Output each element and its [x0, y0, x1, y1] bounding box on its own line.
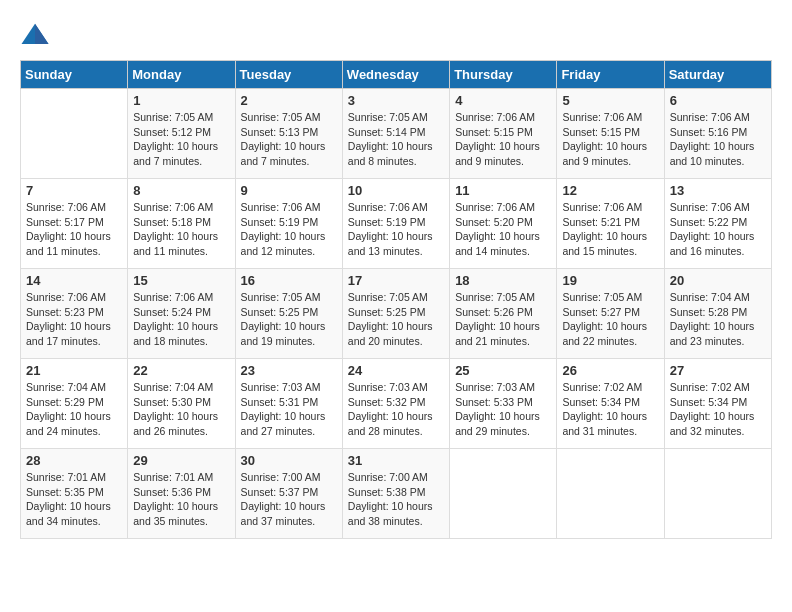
svg-marker-1	[35, 24, 49, 44]
day-number: 11	[455, 183, 551, 198]
page-header	[20, 20, 772, 50]
day-number: 10	[348, 183, 444, 198]
day-info: Sunrise: 7:05 AMSunset: 5:27 PMDaylight:…	[562, 291, 647, 347]
calendar-cell: 2 Sunrise: 7:05 AMSunset: 5:13 PMDayligh…	[235, 89, 342, 179]
day-info: Sunrise: 7:05 AMSunset: 5:12 PMDaylight:…	[133, 111, 218, 167]
calendar-cell: 28 Sunrise: 7:01 AMSunset: 5:35 PMDaylig…	[21, 449, 128, 539]
calendar-cell: 22 Sunrise: 7:04 AMSunset: 5:30 PMDaylig…	[128, 359, 235, 449]
day-number: 4	[455, 93, 551, 108]
calendar-table: SundayMondayTuesdayWednesdayThursdayFrid…	[20, 60, 772, 539]
calendar-cell: 25 Sunrise: 7:03 AMSunset: 5:33 PMDaylig…	[450, 359, 557, 449]
weekday-header: Monday	[128, 61, 235, 89]
day-number: 1	[133, 93, 229, 108]
weekday-header: Saturday	[664, 61, 771, 89]
weekday-header: Sunday	[21, 61, 128, 89]
weekday-header: Friday	[557, 61, 664, 89]
day-info: Sunrise: 7:05 AMSunset: 5:13 PMDaylight:…	[241, 111, 326, 167]
weekday-header: Tuesday	[235, 61, 342, 89]
day-info: Sunrise: 7:06 AMSunset: 5:24 PMDaylight:…	[133, 291, 218, 347]
calendar-cell: 30 Sunrise: 7:00 AMSunset: 5:37 PMDaylig…	[235, 449, 342, 539]
calendar-cell: 5 Sunrise: 7:06 AMSunset: 5:15 PMDayligh…	[557, 89, 664, 179]
day-info: Sunrise: 7:06 AMSunset: 5:23 PMDaylight:…	[26, 291, 111, 347]
day-info: Sunrise: 7:02 AMSunset: 5:34 PMDaylight:…	[670, 381, 755, 437]
day-info: Sunrise: 7:06 AMSunset: 5:20 PMDaylight:…	[455, 201, 540, 257]
calendar-cell: 8 Sunrise: 7:06 AMSunset: 5:18 PMDayligh…	[128, 179, 235, 269]
calendar-week-row: 14 Sunrise: 7:06 AMSunset: 5:23 PMDaylig…	[21, 269, 772, 359]
day-number: 25	[455, 363, 551, 378]
day-info: Sunrise: 7:02 AMSunset: 5:34 PMDaylight:…	[562, 381, 647, 437]
day-number: 3	[348, 93, 444, 108]
day-number: 28	[26, 453, 122, 468]
day-info: Sunrise: 7:05 AMSunset: 5:25 PMDaylight:…	[241, 291, 326, 347]
day-info: Sunrise: 7:06 AMSunset: 5:19 PMDaylight:…	[241, 201, 326, 257]
day-info: Sunrise: 7:05 AMSunset: 5:14 PMDaylight:…	[348, 111, 433, 167]
day-number: 23	[241, 363, 337, 378]
calendar-cell: 15 Sunrise: 7:06 AMSunset: 5:24 PMDaylig…	[128, 269, 235, 359]
day-number: 17	[348, 273, 444, 288]
day-info: Sunrise: 7:06 AMSunset: 5:16 PMDaylight:…	[670, 111, 755, 167]
calendar-cell: 20 Sunrise: 7:04 AMSunset: 5:28 PMDaylig…	[664, 269, 771, 359]
day-number: 2	[241, 93, 337, 108]
calendar-cell: 19 Sunrise: 7:05 AMSunset: 5:27 PMDaylig…	[557, 269, 664, 359]
day-info: Sunrise: 7:06 AMSunset: 5:18 PMDaylight:…	[133, 201, 218, 257]
calendar-cell	[664, 449, 771, 539]
day-info: Sunrise: 7:06 AMSunset: 5:15 PMDaylight:…	[455, 111, 540, 167]
calendar-cell: 9 Sunrise: 7:06 AMSunset: 5:19 PMDayligh…	[235, 179, 342, 269]
day-number: 14	[26, 273, 122, 288]
calendar-cell: 4 Sunrise: 7:06 AMSunset: 5:15 PMDayligh…	[450, 89, 557, 179]
day-info: Sunrise: 7:01 AMSunset: 5:35 PMDaylight:…	[26, 471, 111, 527]
calendar-cell: 14 Sunrise: 7:06 AMSunset: 5:23 PMDaylig…	[21, 269, 128, 359]
calendar-cell: 31 Sunrise: 7:00 AMSunset: 5:38 PMDaylig…	[342, 449, 449, 539]
day-number: 20	[670, 273, 766, 288]
calendar-cell	[450, 449, 557, 539]
day-info: Sunrise: 7:06 AMSunset: 5:22 PMDaylight:…	[670, 201, 755, 257]
day-number: 26	[562, 363, 658, 378]
calendar-cell: 27 Sunrise: 7:02 AMSunset: 5:34 PMDaylig…	[664, 359, 771, 449]
day-number: 27	[670, 363, 766, 378]
day-number: 6	[670, 93, 766, 108]
calendar-cell: 21 Sunrise: 7:04 AMSunset: 5:29 PMDaylig…	[21, 359, 128, 449]
calendar-cell: 13 Sunrise: 7:06 AMSunset: 5:22 PMDaylig…	[664, 179, 771, 269]
day-info: Sunrise: 7:06 AMSunset: 5:15 PMDaylight:…	[562, 111, 647, 167]
calendar-cell: 18 Sunrise: 7:05 AMSunset: 5:26 PMDaylig…	[450, 269, 557, 359]
day-info: Sunrise: 7:01 AMSunset: 5:36 PMDaylight:…	[133, 471, 218, 527]
day-info: Sunrise: 7:00 AMSunset: 5:37 PMDaylight:…	[241, 471, 326, 527]
day-info: Sunrise: 7:04 AMSunset: 5:28 PMDaylight:…	[670, 291, 755, 347]
day-info: Sunrise: 7:05 AMSunset: 5:25 PMDaylight:…	[348, 291, 433, 347]
day-number: 9	[241, 183, 337, 198]
day-number: 13	[670, 183, 766, 198]
calendar-cell: 17 Sunrise: 7:05 AMSunset: 5:25 PMDaylig…	[342, 269, 449, 359]
day-info: Sunrise: 7:00 AMSunset: 5:38 PMDaylight:…	[348, 471, 433, 527]
calendar-week-row: 28 Sunrise: 7:01 AMSunset: 5:35 PMDaylig…	[21, 449, 772, 539]
day-info: Sunrise: 7:04 AMSunset: 5:29 PMDaylight:…	[26, 381, 111, 437]
calendar-cell: 26 Sunrise: 7:02 AMSunset: 5:34 PMDaylig…	[557, 359, 664, 449]
day-number: 16	[241, 273, 337, 288]
day-number: 29	[133, 453, 229, 468]
day-number: 5	[562, 93, 658, 108]
calendar-week-row: 1 Sunrise: 7:05 AMSunset: 5:12 PMDayligh…	[21, 89, 772, 179]
calendar-week-row: 7 Sunrise: 7:06 AMSunset: 5:17 PMDayligh…	[21, 179, 772, 269]
calendar-cell: 7 Sunrise: 7:06 AMSunset: 5:17 PMDayligh…	[21, 179, 128, 269]
day-number: 12	[562, 183, 658, 198]
calendar-cell	[557, 449, 664, 539]
day-number: 21	[26, 363, 122, 378]
logo	[20, 20, 54, 50]
calendar-cell: 24 Sunrise: 7:03 AMSunset: 5:32 PMDaylig…	[342, 359, 449, 449]
day-number: 8	[133, 183, 229, 198]
day-info: Sunrise: 7:03 AMSunset: 5:31 PMDaylight:…	[241, 381, 326, 437]
calendar-cell: 10 Sunrise: 7:06 AMSunset: 5:19 PMDaylig…	[342, 179, 449, 269]
day-number: 31	[348, 453, 444, 468]
calendar-cell: 29 Sunrise: 7:01 AMSunset: 5:36 PMDaylig…	[128, 449, 235, 539]
day-number: 22	[133, 363, 229, 378]
day-info: Sunrise: 7:06 AMSunset: 5:21 PMDaylight:…	[562, 201, 647, 257]
day-info: Sunrise: 7:06 AMSunset: 5:17 PMDaylight:…	[26, 201, 111, 257]
calendar-week-row: 21 Sunrise: 7:04 AMSunset: 5:29 PMDaylig…	[21, 359, 772, 449]
day-info: Sunrise: 7:03 AMSunset: 5:32 PMDaylight:…	[348, 381, 433, 437]
calendar-cell: 1 Sunrise: 7:05 AMSunset: 5:12 PMDayligh…	[128, 89, 235, 179]
weekday-header: Thursday	[450, 61, 557, 89]
day-number: 18	[455, 273, 551, 288]
logo-icon	[20, 20, 50, 50]
day-number: 7	[26, 183, 122, 198]
calendar-cell: 3 Sunrise: 7:05 AMSunset: 5:14 PMDayligh…	[342, 89, 449, 179]
day-info: Sunrise: 7:06 AMSunset: 5:19 PMDaylight:…	[348, 201, 433, 257]
